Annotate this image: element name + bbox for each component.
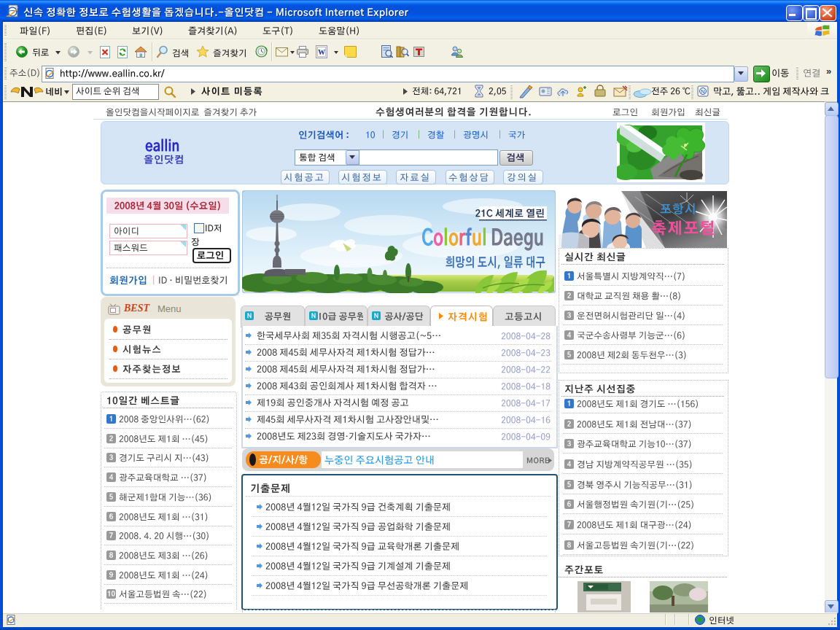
svg-text:W: W	[318, 48, 325, 56]
svg-text:N: N	[701, 88, 705, 95]
